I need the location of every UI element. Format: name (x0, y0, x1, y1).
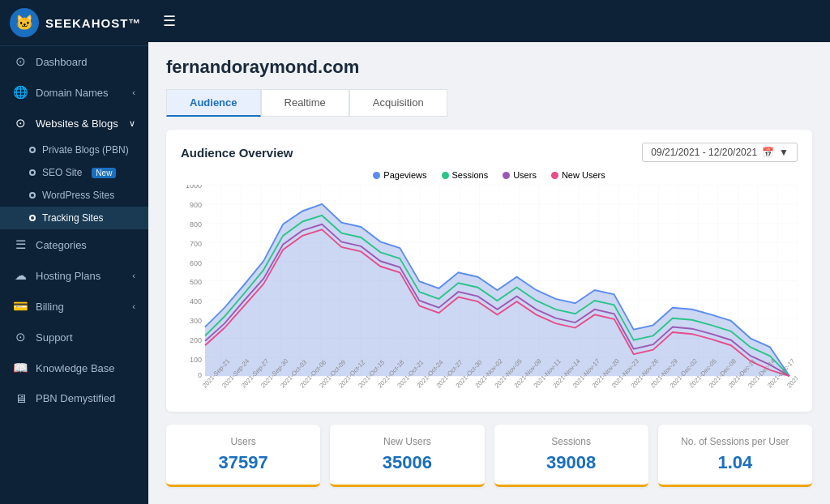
sidebar-item-label: Support (36, 331, 73, 344)
chevron-icon: ‹ (132, 301, 135, 311)
hosting-icon: ☁ (13, 268, 28, 283)
tabs-bar: Audience Realtime Acquisition (166, 89, 812, 117)
chart-title: Audience Overview (181, 146, 293, 160)
tab-acquisition[interactable]: Acquisition (349, 89, 447, 117)
tab-realtime[interactable]: Realtime (261, 89, 349, 117)
sidebar-item-pbn-demystified[interactable]: 🖥 PBN Demystified (0, 383, 148, 413)
sidebar-sub-label: WordPress Sites (42, 190, 114, 201)
date-range-label: 09/21/2021 - 12/20/2021 (651, 147, 757, 158)
sidebar-sub-label: Tracking Sites (42, 212, 104, 224)
logo-text: SEEKAHOST™ (45, 16, 141, 30)
svg-text:500: 500 (190, 278, 202, 286)
sidebar-item-label: Domain Names (36, 87, 109, 99)
chevron-icon: ‹ (132, 271, 135, 280)
book-icon: 📖 (13, 361, 28, 375)
sidebar-item-label: Hosting Plans (36, 270, 101, 282)
legend-sessions-label: Sessions (452, 170, 489, 180)
svg-text:900: 900 (190, 201, 202, 209)
sidebar-item-domain-names[interactable]: 🌐 Domain Names ‹ (0, 77, 148, 108)
logo-icon: 🐱 (10, 8, 39, 37)
sidebar-sub-label: Private Blogs (PBN) (42, 144, 129, 156)
categories-icon: ☰ (13, 237, 28, 252)
page-title: fernandoraymond.com (166, 57, 812, 78)
audience-overview-card: Audience Overview 09/21/2021 - 12/20/202… (166, 130, 812, 412)
stat-spu-label: No. of Sessions per User (671, 436, 799, 447)
svg-text:600: 600 (190, 258, 202, 267)
topbar: ☰ (148, 0, 830, 42)
stat-new-users-value: 35006 (343, 452, 471, 473)
sessions-dot (442, 172, 449, 179)
new-users-dot (551, 172, 558, 179)
sidebar-item-websites-blogs[interactable]: ⊙ Websites & Blogs ∨ (0, 108, 148, 139)
chevron-down-icon: ▼ (779, 147, 789, 158)
billing-icon: 💳 (13, 299, 28, 314)
svg-text:300: 300 (190, 317, 202, 325)
sidebar: 🐱 SEEKAHOST™ ⊙ Dashboard 🌐 Domain Names … (0, 0, 148, 504)
svg-text:400: 400 (190, 297, 202, 305)
stat-sessions-label: Sessions (507, 436, 635, 447)
users-dot (503, 172, 510, 179)
sidebar-item-private-blogs[interactable]: Private Blogs (PBN) (0, 139, 148, 161)
sidebar-item-hosting-plans[interactable]: ☁ Hosting Plans ‹ (0, 260, 148, 291)
legend-users: Users (503, 170, 537, 180)
stat-users-value: 37597 (179, 452, 307, 473)
sidebar-item-wordpress-sites[interactable]: WordPress Sites (0, 184, 148, 207)
legend-pageviews-label: Pageviews (383, 170, 426, 180)
sub-dot-icon (29, 192, 36, 199)
chart-svg-container: 1000 900 800 700 600 500 400 300 200 100… (181, 185, 798, 399)
sidebar-item-categories[interactable]: ☰ Categories (0, 229, 148, 260)
legend-users-label: Users (513, 170, 537, 180)
sidebar-logo: 🐱 SEEKAHOST™ (0, 0, 148, 46)
sub-dot-icon (29, 169, 36, 176)
audience-chart: 1000 900 800 700 600 500 400 300 200 100… (181, 185, 798, 395)
stat-spu-value: 1.04 (671, 452, 799, 473)
sidebar-item-tracking-sites[interactable]: Tracking Sites (0, 207, 148, 229)
stat-users-label: Users (179, 436, 307, 447)
stat-sessions-value: 39008 (507, 452, 635, 473)
chart-legend: Pageviews Sessions Users New Users (181, 170, 798, 180)
legend-pageviews: Pageviews (373, 170, 426, 180)
date-range-button[interactable]: 09/21/2021 - 12/20/2021 📅 ▼ (642, 143, 798, 162)
pageviews-dot (373, 172, 380, 179)
legend-sessions: Sessions (442, 170, 489, 180)
websites-icon: ⊙ (13, 116, 28, 130)
new-badge: New (92, 168, 116, 178)
support-icon: ⊙ (13, 330, 28, 344)
svg-text:200: 200 (190, 336, 202, 344)
sidebar-sub-label: SEO Site (42, 167, 82, 178)
sub-dot-active-icon (29, 215, 36, 221)
dashboard-icon: ⊙ (13, 54, 28, 69)
stat-card-sessions-per-user: No. of Sessions per User 1.04 (658, 425, 812, 487)
sidebar-item-label: PBN Demystified (36, 392, 115, 404)
hamburger-button[interactable]: ☰ (163, 12, 176, 30)
chevron-icon: ‹ (132, 88, 135, 97)
sidebar-item-knowledge-base[interactable]: 📖 Knowledge Base (0, 352, 148, 383)
chart-header: Audience Overview 09/21/2021 - 12/20/202… (181, 143, 798, 162)
content-area: fernandoraymond.com Audience Realtime Ac… (148, 42, 830, 504)
svg-text:700: 700 (190, 240, 202, 248)
svg-text:0: 0 (198, 371, 202, 379)
sidebar-item-label: Dashboard (36, 56, 88, 68)
legend-new-users-label: New Users (562, 170, 605, 180)
sidebar-item-label: Billing (36, 301, 64, 313)
sidebar-item-label: Knowledge Base (36, 362, 115, 374)
stat-card-sessions: Sessions 39008 (494, 425, 648, 487)
sidebar-item-seo-site[interactable]: SEO Site New (0, 161, 148, 184)
main-content: ☰ fernandoraymond.com Audience Realtime … (148, 0, 830, 504)
tab-audience[interactable]: Audience (166, 89, 261, 117)
sidebar-item-label: Categories (36, 239, 87, 251)
stat-new-users-label: New Users (343, 436, 471, 447)
sidebar-item-label: Websites & Blogs (36, 117, 118, 130)
stat-card-new-users: New Users 35006 (330, 425, 484, 487)
svg-text:800: 800 (190, 220, 202, 229)
globe-icon: 🌐 (13, 85, 28, 100)
monitor-icon: 🖥 (13, 391, 28, 405)
stat-card-users: Users 37597 (166, 425, 320, 487)
calendar-icon: 📅 (762, 147, 774, 158)
sidebar-item-dashboard[interactable]: ⊙ Dashboard (0, 46, 148, 77)
svg-text:100: 100 (190, 356, 202, 364)
legend-new-users: New Users (551, 170, 605, 180)
sidebar-item-support[interactable]: ⊙ Support (0, 322, 148, 352)
sidebar-item-billing[interactable]: 💳 Billing ‹ (0, 291, 148, 322)
chevron-down-icon: ∨ (129, 118, 135, 129)
